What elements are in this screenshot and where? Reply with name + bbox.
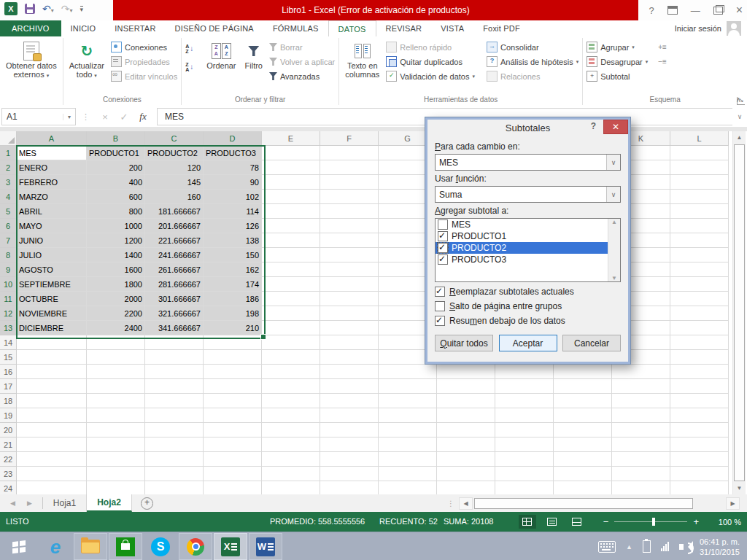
cell-H23[interactable]: [437, 467, 495, 481]
cell-L14[interactable]: [670, 335, 729, 350]
cell-C24[interactable]: [145, 481, 204, 494]
column-header-L[interactable]: L: [670, 131, 729, 146]
taskbar-skype[interactable]: S: [144, 533, 177, 560]
help-icon[interactable]: ?: [649, 5, 654, 16]
chevron-down-icon[interactable]: ∨: [606, 155, 620, 170]
cell-L20[interactable]: [670, 423, 729, 438]
cell-B24[interactable]: [87, 481, 145, 494]
cell-I24[interactable]: [495, 481, 554, 494]
cell-E12[interactable]: [262, 306, 320, 321]
cell-A18[interactable]: [17, 394, 87, 408]
cell-J24[interactable]: [554, 481, 612, 494]
formula-bar-grip[interactable]: ⋮: [82, 112, 90, 122]
what-if-analysis-button[interactable]: ?Análisis de hipótesis ▾: [484, 55, 581, 68]
cell-C1[interactable]: PRODUCTO2: [145, 146, 204, 160]
cell-C7[interactable]: 221.666667: [145, 233, 204, 248]
cell-D2[interactable]: 78: [204, 160, 262, 175]
cell-F9[interactable]: [320, 262, 379, 277]
insert-function-icon[interactable]: fx: [133, 111, 152, 122]
cell-I21[interactable]: [495, 438, 554, 452]
cell-I17[interactable]: [495, 379, 554, 394]
cell-H20[interactable]: [437, 423, 495, 438]
group-button[interactable]: Agrupar ▾: [584, 41, 650, 53]
cell-E19[interactable]: [262, 408, 320, 423]
cell-C23[interactable]: [145, 467, 204, 481]
row-header-19[interactable]: 19: [0, 408, 17, 423]
sort-button[interactable]: ZAAZ Ordenar: [202, 38, 240, 71]
refresh-all-button[interactable]: ↻ Actualizartodo ▾: [65, 38, 109, 81]
cell-H19[interactable]: [437, 408, 495, 423]
zoom-slider[interactable]: [614, 521, 687, 522]
scroll-up-icon[interactable]: ▲: [733, 131, 746, 144]
cell-L5[interactable]: [670, 204, 729, 219]
cell-D4[interactable]: 102: [204, 190, 262, 204]
cell-A19[interactable]: [17, 408, 87, 423]
cell-G18[interactable]: [379, 394, 437, 408]
cell-A23[interactable]: [17, 467, 87, 481]
cell-C22[interactable]: [145, 452, 204, 467]
list-scrollbar[interactable]: ▲▼: [608, 219, 620, 281]
cell-E4[interactable]: [262, 190, 320, 204]
cell-D15[interactable]: [204, 350, 262, 365]
page-break-view-button[interactable]: [568, 515, 586, 529]
connections-button[interactable]: Conexiones: [109, 41, 179, 53]
network-signal-icon[interactable]: [661, 542, 669, 551]
cell-L1[interactable]: [670, 146, 729, 160]
cell-C9[interactable]: 261.666667: [145, 262, 204, 277]
cell-I22[interactable]: [495, 452, 554, 467]
cell-A4[interactable]: MARZO: [17, 190, 87, 204]
tab-vista[interactable]: VISTA: [431, 20, 473, 36]
cell-E11[interactable]: [262, 292, 320, 306]
cell-C18[interactable]: [145, 394, 204, 408]
cell-D8[interactable]: 150: [204, 248, 262, 262]
sort-descending-button[interactable]: ZA↓: [183, 61, 202, 73]
cell-G16[interactable]: [379, 365, 437, 379]
cell-J21[interactable]: [554, 438, 612, 452]
sheet-tab-hoja2[interactable]: Hoja2: [87, 494, 132, 512]
cell-C14[interactable]: [145, 335, 204, 350]
cell-F23[interactable]: [320, 467, 379, 481]
column-header-D[interactable]: D: [204, 131, 262, 146]
scroll-down-icon[interactable]: ▼: [611, 275, 617, 281]
hide-detail-button[interactable]: −≡: [656, 55, 669, 68]
row-header-18[interactable]: 18: [0, 394, 17, 408]
cell-B23[interactable]: [87, 467, 145, 481]
filter-button[interactable]: Filtro: [241, 38, 267, 71]
fill-handle[interactable]: [260, 334, 266, 340]
cell-L19[interactable]: [670, 408, 729, 423]
tab-foxit-pdf[interactable]: Foxit PDF: [473, 20, 530, 36]
chevron-down-icon[interactable]: ∨: [606, 187, 620, 202]
vertical-scrollbar[interactable]: ▲ ▼: [732, 131, 746, 494]
cell-A16[interactable]: [17, 365, 87, 379]
cell-D23[interactable]: [204, 467, 262, 481]
zoom-level[interactable]: 100 %: [713, 518, 741, 526]
cell-E24[interactable]: [262, 481, 320, 494]
cell-F13[interactable]: [320, 321, 379, 335]
cell-B8[interactable]: 1400: [87, 248, 145, 262]
cell-K22[interactable]: [612, 452, 670, 467]
page-layout-view-button[interactable]: [543, 515, 561, 529]
remove-duplicates-button[interactable]: Quitar duplicados: [384, 55, 477, 68]
cell-I18[interactable]: [495, 394, 554, 408]
cell-H17[interactable]: [437, 379, 495, 394]
cell-E22[interactable]: [262, 452, 320, 467]
sign-in[interactable]: Iniciar sesión: [675, 20, 741, 36]
cell-D17[interactable]: [204, 379, 262, 394]
cell-K20[interactable]: [612, 423, 670, 438]
cell-K23[interactable]: [612, 467, 670, 481]
column-header-A[interactable]: A: [17, 131, 87, 146]
zoom-slider-thumb[interactable]: [652, 518, 655, 526]
cell-A21[interactable]: [17, 438, 87, 452]
cell-C17[interactable]: [145, 379, 204, 394]
cell-H22[interactable]: [437, 452, 495, 467]
cell-A5[interactable]: ABRIL: [17, 204, 87, 219]
text-to-columns-button[interactable]: Texto encolumnas: [341, 38, 384, 79]
column-header-E[interactable]: E: [262, 131, 320, 146]
cell-D11[interactable]: 186: [204, 292, 262, 306]
select-all-corner[interactable]: [0, 131, 17, 146]
properties-button[interactable]: Propiedades: [109, 55, 179, 68]
row-header-3[interactable]: 3: [0, 175, 17, 190]
cell-D5[interactable]: 114: [204, 204, 262, 219]
cell-K21[interactable]: [612, 438, 670, 452]
advanced-filter-button[interactable]: Avanzadas: [267, 70, 337, 82]
